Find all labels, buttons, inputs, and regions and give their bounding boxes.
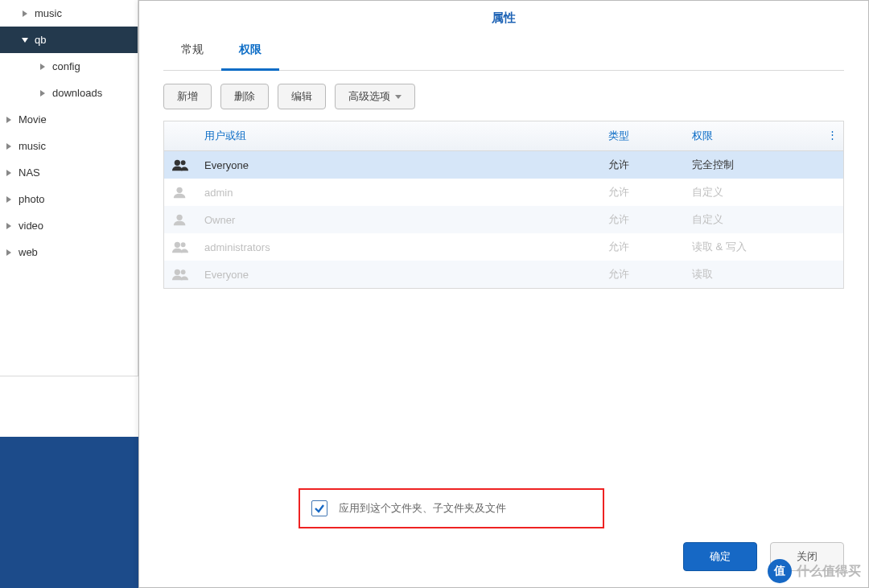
dialog-buttons: 确定 关闭 [683, 542, 844, 571]
triangle-right-icon [6, 117, 11, 123]
add-button[interactable]: 新增 [163, 84, 212, 109]
tab-general[interactable]: 常规 [163, 35, 221, 71]
triangle-right-icon [6, 196, 11, 203]
table-row[interactable]: Everyone 允许 读取 [164, 261, 843, 288]
cell-user: Everyone [196, 269, 600, 281]
table-header: 用户或组 类型 权限 ⋮ [164, 121, 843, 151]
tree-item-config[interactable]: config [0, 53, 138, 80]
background-panel [0, 437, 138, 588]
advanced-options-button[interactable]: 高级选项 [335, 84, 415, 109]
user-icon [164, 186, 196, 199]
table-row[interactable]: Everyone 允许 完全控制 [164, 151, 843, 179]
tree-item-video[interactable]: video [0, 212, 138, 239]
tree-item-music-sub[interactable]: music [0, 0, 138, 27]
cell-permission: 读取 [684, 267, 819, 282]
cell-user: Owner [196, 214, 600, 226]
caret-down-icon [395, 95, 402, 99]
cell-type: 允许 [600, 267, 684, 282]
triangle-right-icon [6, 249, 11, 256]
triangle-down-icon [22, 38, 28, 43]
delete-button[interactable]: 删除 [220, 84, 269, 109]
svg-point-2 [176, 187, 182, 193]
cell-permission: 完全控制 [684, 158, 819, 172]
column-menu-icon[interactable]: ⋮ [819, 121, 843, 150]
toolbar: 新增 删除 编辑 高级选项 [163, 84, 844, 109]
properties-dialog: 属性 常规 权限 新增 删除 编辑 高级选项 用户或组 类型 权限 ⋮ Ever… [138, 0, 869, 588]
close-button[interactable]: 关闭 [770, 542, 844, 571]
cell-type: 允许 [600, 240, 684, 254]
svg-point-3 [176, 215, 182, 220]
cell-user: Everyone [196, 159, 600, 171]
cell-permission: 自定义 [684, 185, 819, 199]
tree-item-nas[interactable]: NAS [0, 159, 138, 186]
cell-user: administrators [196, 241, 600, 253]
tab-bar: 常规 权限 [163, 34, 844, 71]
svg-point-5 [181, 242, 186, 247]
svg-point-6 [175, 269, 180, 275]
table-row[interactable]: administrators 允许 读取 & 写入 [164, 233, 843, 261]
edit-button[interactable]: 编辑 [278, 84, 326, 109]
tree-item-qb[interactable]: qb [0, 27, 138, 53]
svg-point-4 [175, 242, 180, 248]
col-type[interactable]: 类型 [600, 121, 684, 150]
cell-permission: 读取 & 写入 [684, 240, 819, 254]
table-row[interactable]: admin 允许 自定义 [164, 179, 843, 206]
triangle-right-icon [6, 223, 11, 229]
cell-type: 允许 [600, 212, 684, 227]
triangle-right-icon [6, 143, 11, 150]
user-icon [164, 213, 196, 226]
col-user-or-group[interactable]: 用户或组 [196, 121, 600, 150]
triangle-right-icon [40, 90, 45, 97]
cell-type: 允许 [600, 158, 684, 172]
cell-type: 允许 [600, 185, 684, 199]
cell-user: admin [196, 187, 600, 199]
table-row[interactable]: Owner 允许 自定义 [164, 206, 843, 233]
ok-button[interactable]: 确定 [683, 542, 757, 571]
dialog-title: 属性 [139, 1, 868, 34]
triangle-right-icon [40, 64, 45, 70]
triangle-right-icon [23, 10, 27, 17]
triangle-right-icon [6, 170, 11, 176]
cell-permission: 自定义 [684, 212, 819, 227]
folder-tree-sidebar: music qb config downloads Movie music NA… [0, 0, 138, 376]
tree-item-music[interactable]: music [0, 133, 138, 159]
group-icon [164, 158, 196, 171]
tree-item-downloads[interactable]: downloads [0, 80, 138, 106]
tree-item-photo[interactable]: photo [0, 186, 138, 212]
col-icon[interactable] [164, 121, 196, 150]
permissions-table: 用户或组 类型 权限 ⋮ Everyone 允许 完全控制 admin 允许 [163, 121, 844, 289]
svg-point-7 [181, 269, 186, 274]
group-icon [164, 268, 196, 281]
apply-recursive-checkbox[interactable] [311, 500, 327, 516]
check-icon [314, 503, 325, 514]
table-body: Everyone 允许 完全控制 admin 允许 自定义 Owner 允许 [164, 151, 843, 288]
tree-item-web[interactable]: web [0, 239, 138, 265]
tab-permissions[interactable]: 权限 [221, 35, 279, 71]
group-icon [164, 241, 196, 253]
apply-recursive-section: 应用到这个文件夹、子文件夹及文件 [299, 488, 604, 528]
apply-recursive-label: 应用到这个文件夹、子文件夹及文件 [339, 501, 506, 516]
svg-point-0 [175, 160, 180, 166]
col-permission[interactable]: 权限 [684, 121, 819, 150]
svg-point-1 [181, 160, 186, 165]
tree-item-movie[interactable]: Movie [0, 106, 138, 133]
